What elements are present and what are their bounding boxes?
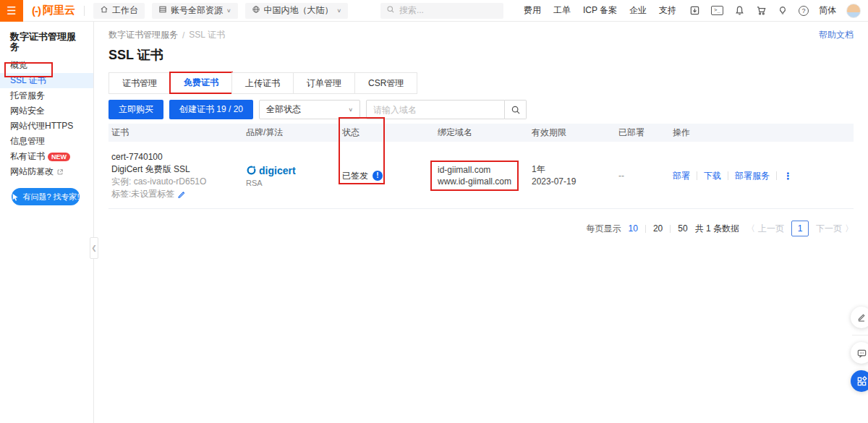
sidebar-item-info-management[interactable]: 信息管理 [0,134,93,149]
digicert-logo: digicert [246,165,342,176]
next-page-button[interactable]: 下一页 〉 [816,223,854,235]
divider [84,6,85,16]
digicert-mark-icon [246,165,257,176]
divider [728,171,728,180]
region-selector[interactable]: 中国内地（大陆） ∨ [245,3,349,19]
topbar-link-enterprise[interactable]: 企业 [629,4,647,17]
chat-support-button[interactable] [851,342,868,364]
user-avatar[interactable] [846,4,861,18]
prev-page-button[interactable]: 〈 上一页 [746,223,784,235]
breadcrumb-parent[interactable]: 数字证书管理服务 [109,29,178,41]
topbar-links: 费用 工单 ICP 备案 企业 支持 [524,4,676,17]
help-docs-link[interactable]: 帮助文档 [819,29,854,41]
domain-search-button[interactable] [505,100,527,119]
shopping-cart-icon[interactable] [756,5,767,16]
main-content: 数字证书管理服务 / SSL 证书 帮助文档 SSL 证书 证书管理 免费证书 … [94,22,868,423]
deployed-cell: -- [618,171,673,181]
resource-grid-icon [158,5,167,16]
console-apps-button[interactable] [851,370,868,392]
buy-now-button[interactable]: 立即购买 [109,100,163,119]
ask-expert-button[interactable]: 有问题? 找专家! [12,188,80,205]
sidebar-item-private-certificates[interactable]: 私有证书 NEW [0,149,93,164]
certificate-name: DigiCert 免费版 SSL [111,163,246,176]
notification-bell-icon[interactable] [734,5,745,16]
aliyun-logo[interactable]: (-) 阿里云 [32,4,75,17]
header-bound-domains: 绑定域名 [438,127,532,139]
tab-csr-management[interactable]: CSR管理 [354,72,417,94]
per-page-label: 每页显示 [587,223,621,235]
lightbulb-icon[interactable] [778,5,788,16]
info-icon[interactable]: ! [373,171,383,181]
sidebar-collapse-handle[interactable]: ❮ [90,237,98,259]
global-search-input[interactable]: 搜索... [380,3,503,19]
sidebar-item-overview[interactable]: 概览 [0,58,93,73]
app-download-icon[interactable] [689,5,700,16]
language-switcher[interactable]: 简体 [819,4,836,17]
feedback-edit-button[interactable] [851,307,868,328]
region-selector-label: 中国内地（大陆） [264,4,333,17]
page-title: SSL 证书 [109,46,854,64]
more-actions-icon[interactable]: ⋮ [783,171,793,181]
status-cell: 已签发 ! [342,170,438,182]
deploy-service-action[interactable]: 部署服务 [735,170,770,182]
cursor-pointer-icon [12,193,19,201]
resource-selector[interactable]: 账号全部资源 ∨ [152,3,238,19]
download-action[interactable]: 下载 [704,170,721,182]
home-icon [100,5,109,16]
certificates-table: 证书 品牌/算法 状态 绑定域名 有效期限 已部署 操作 cert-774010… [109,124,854,209]
domains-cell: id-giimall.com www.id-giimall.com [438,161,532,191]
status-filter-select[interactable]: 全部状态 ∨ [259,100,360,119]
search-icon [511,105,521,115]
status-text: 已签发 [342,170,368,182]
sidebar-item-hosting-service[interactable]: 托管服务 [0,88,93,103]
current-page-button[interactable]: 1 [791,221,809,236]
domain-www: www.id-giimall.com [438,176,511,187]
search-icon [386,5,395,16]
create-certificate-button[interactable]: 创建证书 19 / 20 [169,100,253,119]
certificate-cell: cert-7740100 DigiCert 免费版 SSL 实例: cas-iv… [109,151,246,200]
cloudshell-terminal-icon[interactable]: >_ [711,6,723,15]
sidebar: 数字证书管理服务 概览 SSL 证书 托管服务 网站安全 网站代理HTTPS 信… [0,22,94,423]
chat-bubble-icon [856,348,867,359]
sidebar-title: 数字证书管理服务 [0,32,93,52]
globe-icon [252,5,260,16]
tab-certificate-management[interactable]: 证书管理 [109,72,171,94]
topbar-link-tickets[interactable]: 工单 [553,4,571,17]
domain-search-input[interactable] [366,100,505,119]
ask-expert-label: 有问题? 找专家! [22,192,79,202]
edit-tags-icon[interactable] [177,190,185,198]
header-brand-algorithm: 品牌/算法 [246,127,342,139]
topbar-link-icp[interactable]: ICP 备案 [583,4,617,17]
page-size-20[interactable]: 20 [653,223,663,234]
sidebar-item-ssl-certificates[interactable]: SSL 证书 [0,73,93,88]
sidebar-item-website-security[interactable]: 网站安全 [0,103,93,119]
page-size-10[interactable]: 10 [629,223,638,234]
topbar-link-support[interactable]: 支持 [659,4,676,17]
help-question-icon[interactable]: ? [799,6,809,16]
hamburger-menu-icon[interactable]: ☰ [0,0,23,22]
divider [697,171,697,180]
sidebar-item-anti-tamper[interactable]: 网站防篡改 [0,164,93,179]
workbench-label: 工作台 [112,4,138,17]
tab-upload-certificate[interactable]: 上传证书 [231,72,294,94]
header-validity: 有效期限 [532,127,618,139]
topbar-link-billing[interactable]: 费用 [524,4,541,17]
tab-free-certificates[interactable]: 免费证书 [170,72,232,94]
breadcrumb-separator: / [182,30,184,40]
expiry-date: 2023-07-19 [532,176,618,188]
workbench-button[interactable]: 工作台 [93,3,145,19]
header-certificate: 证书 [109,127,246,139]
sidebar-item-proxy-https[interactable]: 网站代理HTTPS [0,119,93,134]
search-placeholder: 搜索... [399,4,424,17]
page-size-50[interactable]: 50 [678,223,687,234]
domains-annotation-box: id-giimall.com www.id-giimall.com [430,161,519,191]
brand-name: digicert [259,165,296,176]
actions-cell: 部署 下载 部署服务 ⋮ [673,170,854,182]
topbar-icons: >_ ? [689,5,809,16]
certificate-instance: 实例: cas-ivauto-rD651O [111,176,246,188]
external-link-icon [56,168,64,176]
tab-order-management[interactable]: 订单管理 [293,72,355,94]
brand-cell: digicert RSA [246,165,342,187]
chevron-left-icon: 〈 [746,223,755,235]
deploy-action[interactable]: 部署 [673,170,690,182]
